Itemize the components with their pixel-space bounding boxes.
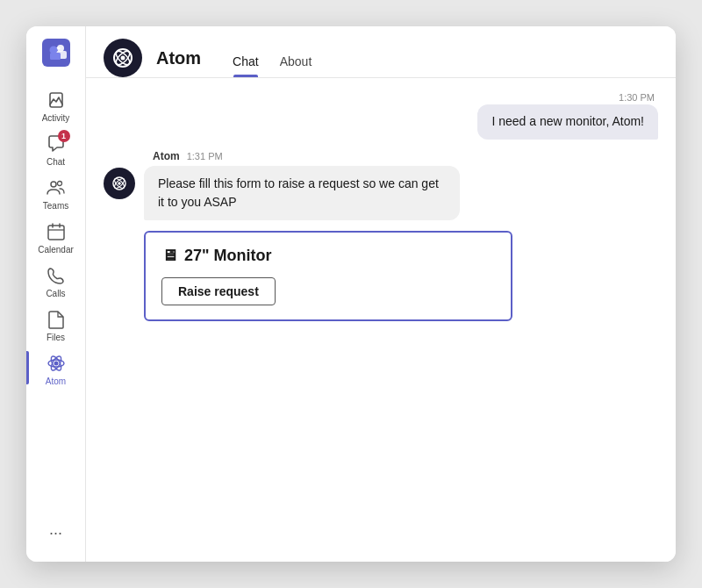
bot-sender-time: 1:31 PM — [187, 151, 223, 161]
tab-chat[interactable]: Chat — [224, 49, 268, 77]
files-label: Files — [47, 333, 65, 342]
sidebar-item-atom[interactable]: Atom — [26, 346, 85, 390]
tab-about[interactable]: About — [271, 49, 321, 77]
calls-label: Calls — [46, 289, 65, 298]
card-title-text: 27" Monitor — [184, 247, 272, 265]
chat-label: Chat — [47, 157, 65, 167]
msg-time-user: 1:30 PM — [619, 92, 658, 103]
sidebar-item-calendar[interactable]: Calendar — [26, 214, 85, 258]
svg-point-24 — [118, 182, 120, 184]
card-icon: 🖥 — [161, 247, 177, 265]
card-title: 🖥 27" Monitor — [161, 247, 495, 265]
monitor-card: 🖥 27" Monitor Raise request — [144, 231, 512, 321]
atom-icon — [46, 353, 67, 374]
svg-rect-9 — [48, 226, 64, 240]
calendar-icon — [46, 221, 67, 242]
sidebar-item-teams[interactable]: Teams — [26, 170, 85, 214]
svg-rect-6 — [50, 53, 61, 60]
bot-msg-row: Please fill this form to raise a request… — [104, 166, 460, 220]
raise-request-button[interactable]: Raise request — [161, 277, 276, 305]
bot-sender-row: Atom 1:31 PM — [153, 150, 223, 162]
chat-header: Atom Chat About — [86, 26, 676, 78]
bot-sender-name: Atom — [153, 150, 180, 162]
calls-icon — [46, 265, 67, 286]
sidebar: T Activity 1 — [26, 26, 86, 562]
sidebar-item-activity[interactable]: Activity — [26, 82, 85, 126]
bot-name-header: Atom — [156, 48, 201, 68]
chat-badge: 1 — [58, 130, 70, 142]
svg-point-13 — [54, 362, 58, 366]
sidebar-item-chat[interactable]: 1 Chat — [26, 126, 85, 170]
msg-bubble-bot: Please fill this form to raise a request… — [144, 166, 460, 220]
message-user: 1:30 PM I need a new monitor, Atom! — [104, 92, 658, 140]
svg-point-2 — [57, 45, 64, 52]
header-tabs: Chat About — [224, 39, 320, 77]
atom-label: Atom — [46, 376, 66, 386]
sidebar-item-calls[interactable]: Calls — [26, 258, 85, 302]
svg-point-20 — [121, 56, 125, 61]
files-icon — [46, 309, 67, 330]
chat-area: 1:30 PM I need a new monitor, Atom! Atom… — [86, 78, 676, 562]
activity-icon — [46, 90, 67, 111]
teams-icon — [46, 177, 67, 198]
chat-icon: 1 — [46, 133, 67, 154]
bot-avatar-msg — [104, 168, 135, 199]
sidebar-item-files[interactable]: Files — [26, 302, 85, 346]
teams-label: Teams — [43, 201, 68, 211]
msg-bubble-user: I need a new monitor, Atom! — [477, 104, 658, 140]
app-window: T Activity 1 — [26, 26, 676, 562]
calendar-label: Calendar — [38, 245, 74, 255]
teams-logo[interactable]: T — [42, 39, 70, 70]
svg-point-7 — [51, 182, 56, 187]
main-content: Atom Chat About 1:30 PM I need a new mon… — [86, 26, 676, 562]
more-button[interactable]: ... — [26, 513, 85, 546]
svg-point-8 — [57, 182, 61, 186]
message-bot: Atom 1:31 PM Please fill this form to ra… — [104, 150, 658, 220]
bot-avatar-header — [104, 39, 142, 77]
activity-label: Activity — [42, 113, 70, 123]
